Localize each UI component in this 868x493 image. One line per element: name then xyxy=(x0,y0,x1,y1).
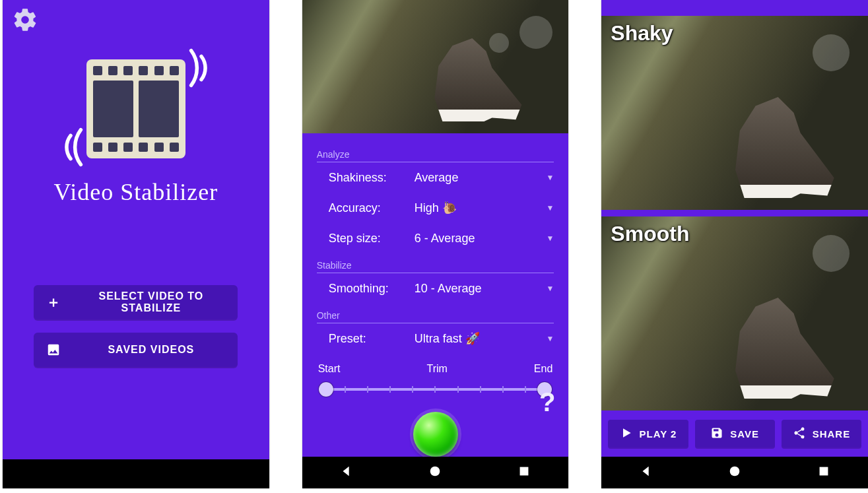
shake-waves-right-icon xyxy=(187,46,216,92)
app-logo xyxy=(56,59,216,158)
play-label: PLAY 2 xyxy=(640,428,677,440)
save-label: SAVE xyxy=(730,428,759,440)
nav-home-icon[interactable] xyxy=(428,464,442,482)
start-button[interactable] xyxy=(413,412,458,457)
shaky-label: Shaky xyxy=(611,21,673,46)
svg-rect-1 xyxy=(520,467,529,475)
accuracy-value: High 🐌 xyxy=(415,201,543,215)
nav-recent-icon[interactable] xyxy=(817,464,831,482)
preset-label: Preset: xyxy=(329,332,415,346)
smoothing-value: 10 - Average xyxy=(415,282,543,296)
home-screen: Video Stabilizer ＋ SELECT VIDEO TO STABI… xyxy=(3,0,269,488)
settings-button[interactable] xyxy=(12,7,38,36)
section-other: Other xyxy=(317,310,554,323)
svg-point-2 xyxy=(730,466,740,476)
accuracy-dropdown[interactable]: Accuracy: High 🐌 ▼ xyxy=(317,193,554,223)
nav-home-icon[interactable] xyxy=(727,464,742,482)
saved-videos-label: SAVED VIDEOS xyxy=(76,344,226,356)
svg-point-0 xyxy=(430,466,440,476)
stepsize-label: Step size: xyxy=(329,232,415,246)
accuracy-label: Accuracy: xyxy=(329,201,415,215)
chevron-down-icon: ▼ xyxy=(542,203,554,213)
play-button[interactable]: PLAY 2 xyxy=(608,420,688,447)
trim-start-label: Start xyxy=(318,363,341,375)
android-navbar xyxy=(3,459,269,488)
preset-dropdown[interactable]: Preset: Ultra fast 🚀 ▼ xyxy=(317,323,554,354)
chevron-down-icon: ▼ xyxy=(542,284,554,293)
stepsize-dropdown[interactable]: Step size: 6 - Average ▼ xyxy=(317,223,554,253)
section-stabilize: Stabilize xyxy=(317,260,554,273)
trim-slider[interactable] xyxy=(317,379,554,400)
film-icon xyxy=(86,59,185,158)
section-analyze: Analyze xyxy=(317,149,554,162)
svg-rect-3 xyxy=(819,467,828,475)
android-navbar xyxy=(302,457,569,488)
nav-back-icon[interactable] xyxy=(639,464,653,482)
app-title: Video Stabilizer xyxy=(53,178,218,206)
stepsize-value: 6 - Average xyxy=(415,232,543,246)
shaky-preview[interactable]: Shaky xyxy=(601,16,868,210)
shakiness-dropdown[interactable]: Shakiness: Average ▼ xyxy=(317,162,554,193)
settings-screen: Analyze Shakiness: Average ▼ Accuracy: H… xyxy=(302,0,569,488)
save-button[interactable]: SAVE xyxy=(695,420,775,447)
shakiness-label: Shakiness: xyxy=(329,171,415,185)
select-video-label: SELECT VIDEO TO STABILIZE xyxy=(76,290,226,314)
chevron-down-icon: ▼ xyxy=(542,173,554,182)
chevron-down-icon: ▼ xyxy=(542,234,554,243)
image-icon xyxy=(46,343,61,357)
smooth-label: Smooth xyxy=(611,222,689,246)
play-icon xyxy=(620,426,633,442)
share-icon xyxy=(793,426,806,442)
help-button[interactable]: ? xyxy=(539,387,555,417)
nav-back-icon[interactable] xyxy=(339,464,354,482)
trim-label: Trim xyxy=(426,363,447,375)
share-button[interactable]: SHARE xyxy=(782,420,861,447)
video-preview[interactable] xyxy=(302,0,569,133)
shakiness-value: Average xyxy=(415,171,543,185)
chevron-down-icon: ▼ xyxy=(542,334,554,343)
smoothing-label: Smoothing: xyxy=(329,282,415,296)
share-label: SHARE xyxy=(813,428,851,440)
smoothing-dropdown[interactable]: Smoothing: 10 - Average ▼ xyxy=(317,273,554,304)
android-navbar xyxy=(601,457,868,488)
save-icon xyxy=(710,426,723,442)
nav-recent-icon[interactable] xyxy=(517,464,531,482)
compare-screen: Shaky Smooth PLAY 2 SAVE SHARE xyxy=(601,0,868,488)
trim-end-label: End xyxy=(534,363,552,375)
gear-icon xyxy=(12,24,38,35)
select-video-button[interactable]: ＋ SELECT VIDEO TO STABILIZE xyxy=(34,285,238,319)
preset-value: Ultra fast 🚀 xyxy=(415,331,543,346)
saved-videos-button[interactable]: SAVED VIDEOS xyxy=(34,333,238,367)
trim-start-thumb[interactable] xyxy=(319,382,333,397)
plus-icon: ＋ xyxy=(46,292,61,312)
shake-waves-left-icon xyxy=(56,125,85,172)
smooth-preview[interactable]: Smooth xyxy=(601,216,868,411)
